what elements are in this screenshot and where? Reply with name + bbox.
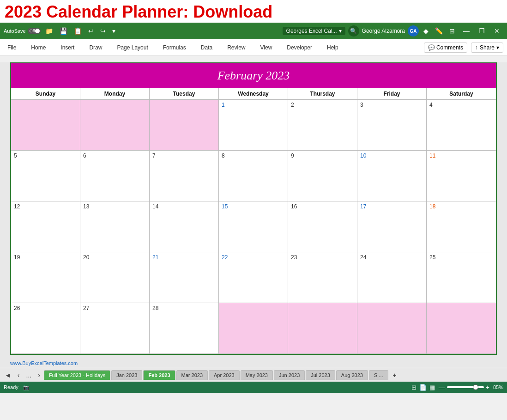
sheet-tab-s-...[interactable]: S ... bbox=[369, 370, 388, 380]
view-icons: ⊞ 📄 ▦ bbox=[411, 384, 435, 391]
minimize-button[interactable]: — bbox=[459, 26, 473, 36]
status-bar: Ready 📷 ⊞ 📄 ▦ — + 85% bbox=[0, 382, 507, 393]
search-box[interactable]: 🔍 bbox=[348, 25, 359, 37]
table-row[interactable]: 10 bbox=[357, 151, 427, 201]
autosave-toggle[interactable]: Off bbox=[28, 28, 41, 34]
pen-icon[interactable]: ✏️ bbox=[433, 26, 445, 36]
table-row[interactable]: 18 bbox=[427, 201, 496, 252]
tab-developer[interactable]: Developer bbox=[283, 42, 316, 54]
table-row[interactable]: 20 bbox=[80, 252, 150, 303]
tab-nav-ellipsis[interactable]: ... bbox=[24, 371, 35, 380]
zoom-track[interactable] bbox=[447, 386, 484, 388]
table-row[interactable]: 24 bbox=[357, 252, 427, 303]
tab-insert[interactable]: Insert bbox=[57, 42, 78, 54]
tab-home[interactable]: Home bbox=[27, 42, 49, 54]
title-bar-left: AutoSave Off 📁 💾 📋 ↩ ↪ ▾ bbox=[4, 26, 280, 36]
table-row[interactable]: 5 bbox=[11, 151, 80, 201]
sheet-tab-jul-2023[interactable]: Jul 2023 bbox=[306, 370, 335, 380]
table-row[interactable]: 7 bbox=[150, 151, 219, 201]
table-row[interactable]: 4 bbox=[427, 100, 496, 151]
customize-icon[interactable]: ▾ bbox=[110, 26, 117, 36]
dow-sunday: Sunday bbox=[11, 88, 80, 99]
share-dropdown-icon: ▾ bbox=[496, 44, 499, 51]
table-row[interactable]: 21 bbox=[150, 252, 219, 303]
zoom-thumb[interactable] bbox=[473, 384, 478, 390]
table-row[interactable] bbox=[288, 303, 357, 354]
watermark: www.BuyExcelTemplates.com bbox=[0, 359, 507, 368]
table-row[interactable]: 26 bbox=[11, 303, 80, 354]
sheet-tab-mar-2023[interactable]: Mar 2023 bbox=[176, 370, 208, 380]
close-button[interactable]: ✕ bbox=[490, 26, 503, 36]
redo-icon[interactable]: ↪ bbox=[98, 26, 108, 36]
sheet-tab-feb-2023[interactable]: Feb 2023 bbox=[143, 370, 175, 380]
sheet-tab-full-year-2023---holidays[interactable]: Full Year 2023 - Holidays bbox=[44, 370, 110, 380]
tab-formulas[interactable]: Formulas bbox=[159, 42, 190, 54]
share-button[interactable]: ↑ Share ▾ bbox=[471, 43, 503, 53]
maximize-button[interactable]: ❐ bbox=[475, 26, 489, 36]
window-controls: — ❐ ✕ bbox=[459, 26, 503, 36]
tab-data[interactable]: Data bbox=[197, 42, 216, 54]
calendar-container: February 2023 Sunday Monday Tuesday Wedn… bbox=[10, 62, 497, 355]
zoom-plus-button[interactable]: + bbox=[486, 383, 489, 391]
table-row[interactable] bbox=[11, 100, 80, 151]
add-sheet-button[interactable]: + bbox=[390, 371, 399, 380]
dow-wednesday: Wednesday bbox=[219, 88, 288, 99]
table-row[interactable]: 12 bbox=[11, 201, 80, 252]
tab-view[interactable]: View bbox=[257, 42, 276, 54]
table-row[interactable]: 3 bbox=[357, 100, 427, 151]
table-row[interactable]: 6 bbox=[80, 151, 150, 201]
table-row[interactable] bbox=[219, 303, 288, 354]
folder-icon[interactable]: 📁 bbox=[43, 26, 55, 36]
table-row[interactable] bbox=[357, 303, 427, 354]
tab-nav-prev[interactable]: ‹ bbox=[15, 371, 23, 380]
undo-icon[interactable]: ↩ bbox=[86, 26, 96, 36]
zoom-minus-button[interactable]: — bbox=[439, 383, 445, 391]
share-icon: ↑ bbox=[475, 44, 478, 51]
save2-icon[interactable]: 📋 bbox=[72, 26, 84, 36]
table-row[interactable]: 28 bbox=[150, 303, 219, 354]
table-row[interactable] bbox=[427, 303, 496, 354]
sheet-tabs-container: Full Year 2023 - HolidaysJan 2023Feb 202… bbox=[44, 370, 388, 380]
tab-file[interactable]: File bbox=[4, 42, 20, 54]
tab-page-layout[interactable]: Page Layout bbox=[113, 42, 151, 54]
table-row[interactable]: 1 bbox=[219, 100, 288, 151]
user-avatar: GA bbox=[408, 25, 419, 37]
sheet-tab-may-2023[interactable]: May 2023 bbox=[241, 370, 273, 380]
sheet-tab-jun-2023[interactable]: Jun 2023 bbox=[274, 370, 305, 380]
table-row[interactable]: 19 bbox=[11, 252, 80, 303]
grid-view-icon[interactable]: ⊞ bbox=[411, 384, 416, 391]
tab-draw[interactable]: Draw bbox=[85, 42, 106, 54]
spreadsheet-area: February 2023 Sunday Monday Tuesday Wedn… bbox=[0, 62, 507, 368]
tab-help[interactable]: Help bbox=[323, 42, 342, 54]
app-name[interactable]: Georges Excel Cal... ▾ bbox=[283, 27, 345, 35]
table-row[interactable]: 25 bbox=[427, 252, 496, 303]
tab-nav-prev-prev[interactable]: ◄ bbox=[2, 371, 14, 380]
sheet-tab-aug-2023[interactable]: Aug 2023 bbox=[336, 370, 368, 380]
table-row[interactable]: 11 bbox=[427, 151, 496, 201]
table-row[interactable]: 2 bbox=[288, 100, 357, 151]
table-row[interactable]: 13 bbox=[80, 201, 150, 252]
table-row[interactable]: 9 bbox=[288, 151, 357, 201]
dow-thursday: Thursday bbox=[288, 88, 357, 99]
table-row[interactable]: 16 bbox=[288, 201, 357, 252]
table-row[interactable]: 22 bbox=[219, 252, 288, 303]
layout-view-icon[interactable]: ▦ bbox=[429, 384, 435, 391]
table-row[interactable] bbox=[150, 100, 219, 151]
table-row[interactable] bbox=[80, 100, 150, 151]
comments-button[interactable]: 💬 Comments bbox=[424, 43, 467, 53]
sheet-tab-apr-2023[interactable]: Apr 2023 bbox=[209, 370, 240, 380]
status-right: ⊞ 📄 ▦ — + 85% bbox=[411, 383, 503, 391]
table-row[interactable]: 15 bbox=[219, 201, 288, 252]
tab-review[interactable]: Review bbox=[223, 42, 249, 54]
table-row[interactable]: 23 bbox=[288, 252, 357, 303]
save-icon[interactable]: 💾 bbox=[58, 26, 69, 36]
table-row[interactable]: 8 bbox=[219, 151, 288, 201]
layout-icon[interactable]: ⊞ bbox=[447, 26, 457, 36]
table-row[interactable]: 27 bbox=[80, 303, 150, 354]
diamond-icon[interactable]: ◆ bbox=[422, 26, 430, 36]
table-row[interactable]: 14 bbox=[150, 201, 219, 252]
table-row[interactable]: 17 bbox=[357, 201, 427, 252]
tab-nav-next[interactable]: › bbox=[35, 371, 43, 380]
sheet-tab-jan-2023[interactable]: Jan 2023 bbox=[111, 370, 142, 380]
page-view-icon[interactable]: 📄 bbox=[419, 384, 427, 391]
